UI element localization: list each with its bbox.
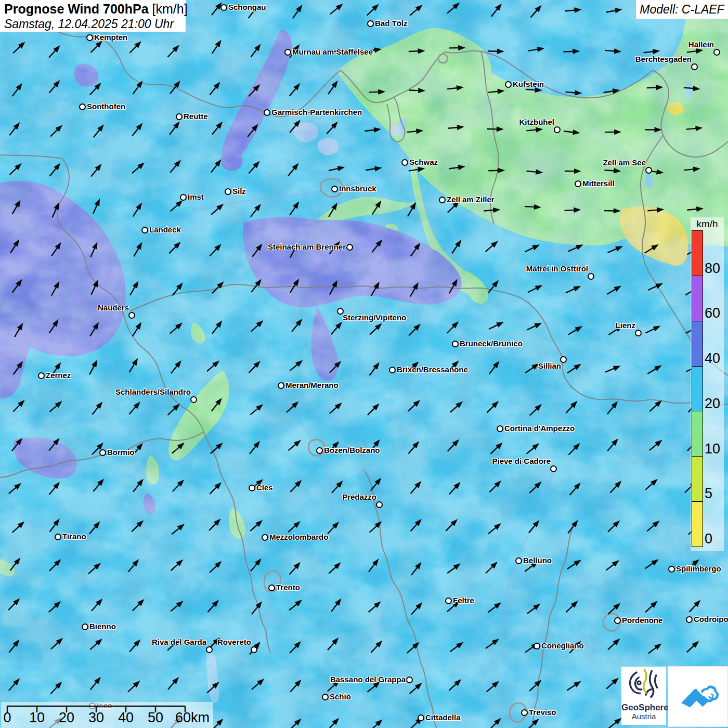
geosphere-contour-icon	[626, 667, 662, 700]
city-label: Sterzing/Vipiteno	[343, 313, 406, 323]
map-title: Prognose Wind 700hPa [km/h]	[4, 2, 181, 17]
city-label: Cittadella	[425, 712, 461, 723]
city-marker-icon	[82, 623, 88, 630]
city-label: Sillian	[538, 361, 561, 371]
city-marker-icon	[521, 709, 528, 716]
city-label: Lienz	[616, 320, 635, 331]
city-label: Landeck	[149, 225, 181, 235]
city-label: Bassano del Grappa	[330, 674, 406, 685]
model-label: Modell: C-LAEF	[635, 0, 728, 19]
city-label: Nauders	[98, 303, 129, 313]
city-marker-icon	[635, 330, 642, 336]
city-label: Schio	[330, 692, 351, 702]
city-marker-icon	[264, 109, 270, 116]
legend-tick-10: 10	[705, 441, 720, 456]
city-label: Schlanders/Silandro	[115, 387, 191, 397]
city-label: Tirano	[62, 531, 86, 542]
scale-tick-10: 10	[29, 710, 45, 726]
city-marker-icon	[180, 194, 187, 201]
title-box: Prognose Wind 700hPa [km/h] Samstag, 12.…	[0, 0, 186, 32]
city-label: Schongau	[228, 2, 266, 12]
city-label: Kufstein	[513, 79, 544, 89]
city-marker-icon	[38, 372, 45, 379]
scale-tick-30: 30	[88, 710, 104, 726]
scale-tick-60km: 60km	[175, 710, 210, 726]
city-marker-icon	[220, 4, 227, 11]
city-label: Belluno	[523, 555, 552, 566]
city-marker-icon	[376, 501, 383, 508]
city-marker-icon	[251, 646, 257, 653]
city-label: Predazzo	[342, 492, 376, 502]
city-label: Bruneck/Brunico	[460, 339, 523, 349]
city-label: Riva del Garda	[152, 637, 206, 647]
city-marker-icon	[686, 616, 693, 623]
scale-bar-panel: 0102030405060km	[1, 702, 213, 728]
city-marker-icon	[505, 81, 512, 88]
map-title-unit: [km/h]	[152, 2, 188, 16]
city-label: Mezzolombardo	[269, 532, 328, 542]
city-marker-icon	[668, 566, 675, 573]
city-label: Treviso	[529, 707, 556, 718]
scale-tick-20: 20	[59, 710, 74, 726]
legend-panel: km/h 806040201050	[691, 217, 724, 551]
city-label: Zell am See	[603, 158, 646, 168]
legend-tick-60: 60	[705, 306, 720, 320]
city-label: Codroipo	[694, 614, 728, 625]
city-marker-icon	[322, 694, 329, 700]
scale-tick-50: 50	[148, 710, 163, 726]
city-label: Sonthofen	[87, 101, 125, 112]
legend-tick-80: 80	[705, 261, 720, 276]
city-marker-icon	[445, 597, 452, 604]
city-marker-icon	[691, 63, 698, 70]
city-marker-icon	[713, 49, 720, 56]
city-marker-icon	[452, 341, 459, 347]
city-label: Zernez	[46, 370, 71, 381]
city-label: Feltre	[453, 595, 474, 606]
geosphere-country: Austria	[621, 712, 666, 721]
legend-tick-40: 40	[705, 351, 720, 366]
legend-segment-20	[692, 367, 703, 412]
legend-tick-5: 5	[705, 486, 712, 501]
city-marker-icon	[79, 103, 86, 110]
geosphere-name: GeoSphere	[621, 703, 666, 712]
geosphere-logo-box: GeoSphere Austria	[621, 667, 666, 725]
city-label: Zell am Ziller	[447, 194, 495, 205]
legend-segment-5	[692, 457, 703, 502]
city-marker-icon	[128, 312, 135, 319]
city-marker-icon	[55, 534, 61, 540]
city-label: Berchtesgaden	[635, 54, 692, 64]
city-marker-icon	[418, 714, 424, 721]
partner-logo-box	[668, 666, 728, 727]
city-label: Imst	[188, 192, 204, 202]
city-marker-icon	[316, 447, 323, 454]
city-marker-icon	[284, 49, 291, 56]
city-marker-icon	[141, 227, 148, 233]
city-label: Kempten	[94, 32, 127, 43]
city-marker-icon	[439, 197, 446, 203]
city-marker-icon	[406, 677, 413, 683]
city-label: Spilimbergo	[676, 564, 721, 574]
city-label: Innsbruck	[339, 184, 376, 194]
city-marker-icon	[268, 584, 275, 591]
city-label: Brixen/Bressanone	[397, 365, 468, 375]
city-label: Trento	[276, 582, 300, 593]
city-label: Murnau am Staffelsee	[292, 47, 373, 57]
legend-segment-80	[692, 231, 703, 276]
city-label: Pieve di Cadore	[492, 456, 551, 466]
city-label: Schwaz	[409, 157, 438, 167]
city-label: Rovereto	[217, 637, 251, 647]
city-marker-icon	[645, 167, 652, 174]
city-label: Garmisch-Partenkirchen	[271, 107, 362, 118]
legend-tick-20: 20	[705, 396, 720, 411]
city-label: Meran/Merano	[285, 380, 339, 391]
legend-segment-40	[692, 321, 703, 367]
scale-tick-40: 40	[118, 710, 134, 726]
city-marker-icon	[262, 534, 268, 541]
city-marker-icon	[554, 126, 561, 133]
city-marker-icon	[249, 485, 255, 491]
city-label: Cles	[256, 483, 273, 493]
city-marker-icon	[515, 557, 522, 564]
city-label: Pordenone	[622, 615, 662, 626]
legend-colorbar	[692, 230, 703, 547]
city-marker-icon	[346, 244, 353, 251]
